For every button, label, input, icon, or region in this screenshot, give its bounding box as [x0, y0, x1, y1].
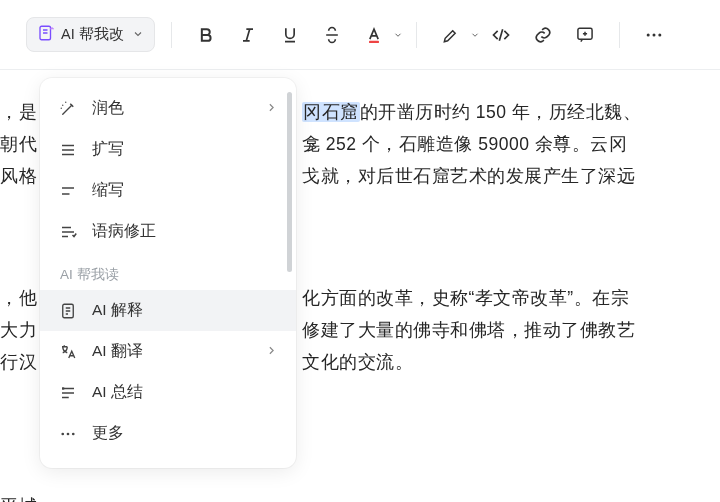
svg-point-8: [67, 432, 70, 435]
menu-item-shorten[interactable]: 缩写: [40, 170, 296, 211]
text-fragment: 化方面的改革，史称“孝文帝改革”。在宗: [302, 282, 629, 314]
bold-button[interactable]: [188, 17, 224, 53]
toolbar-divider: [171, 22, 172, 48]
selected-text[interactable]: 冈石窟: [302, 102, 360, 122]
svg-point-5: [658, 33, 661, 36]
chevron-down-icon[interactable]: [393, 26, 403, 44]
menu-item-expand[interactable]: 扩写: [40, 129, 296, 170]
magic-wand-icon: [58, 100, 78, 118]
chevron-down-icon[interactable]: [470, 26, 480, 44]
text-fragment: ，他: [0, 282, 37, 314]
text-fragment: 龛 252 个，石雕造像 59000 余尊。云冈: [302, 128, 627, 160]
menu-label: AI 总结: [92, 382, 143, 403]
formatting-toolbar: AI 帮我改: [0, 0, 720, 70]
translate-icon: [58, 343, 78, 361]
menu-item-grammar[interactable]: 语病修正: [40, 211, 296, 252]
ai-help-edit-button[interactable]: AI 帮我改: [26, 17, 155, 52]
text-fragment: 修建了大量的佛寺和佛塔，推动了佛教艺: [302, 314, 635, 346]
text-fragment: 戈就，对后世石窟艺术的发展产生了深远: [302, 160, 635, 192]
menu-label: 缩写: [92, 180, 124, 201]
menu-section-read: AI 帮我读: [40, 252, 296, 290]
explain-icon: [58, 302, 78, 320]
svg-point-9: [72, 432, 75, 435]
menu-label: AI 翻译: [92, 341, 143, 362]
menu-label: 扩写: [92, 139, 124, 160]
chevron-right-icon: [265, 100, 278, 118]
link-button[interactable]: [525, 17, 561, 53]
menu-item-polish[interactable]: 润色: [40, 88, 296, 129]
strikethrough-button[interactable]: [314, 17, 350, 53]
sparkle-note-icon: [37, 24, 55, 45]
text-fragment: ，是: [0, 96, 37, 128]
comment-button[interactable]: [567, 17, 603, 53]
toolbar-divider: [416, 22, 417, 48]
svg-point-3: [646, 33, 649, 36]
text-fragment: 行汉: [0, 346, 37, 378]
text-fragment: 风格: [0, 160, 37, 192]
shorten-text-icon: [58, 182, 78, 200]
text-fragment: 冈石窟的开凿历时约 150 年，历经北魏、: [302, 96, 641, 128]
menu-label: 更多: [92, 423, 124, 444]
summarize-icon: [58, 384, 78, 402]
menu-item-summarize[interactable]: AI 总结: [40, 372, 296, 413]
underline-button[interactable]: [272, 17, 308, 53]
menu-item-translate[interactable]: AI 翻译: [40, 331, 296, 372]
menu-item-explain[interactable]: AI 解释: [40, 290, 296, 331]
svg-point-4: [652, 33, 655, 36]
grammar-fix-icon: [58, 223, 78, 241]
svg-point-7: [61, 432, 64, 435]
svg-rect-1: [369, 40, 379, 42]
menu-label: 语病修正: [92, 221, 156, 242]
text-fragment: 朝代: [0, 128, 37, 160]
chevron-down-icon: [132, 27, 144, 43]
highlight-button[interactable]: [433, 17, 469, 53]
more-button[interactable]: [636, 17, 672, 53]
chevron-right-icon: [265, 343, 278, 361]
code-button[interactable]: [483, 17, 519, 53]
menu-label: 润色: [92, 98, 124, 119]
menu-label: AI 解释: [92, 300, 143, 321]
text-fragment: 平城: [0, 490, 37, 502]
italic-button[interactable]: [230, 17, 266, 53]
text-fragment: 文化的交流。: [302, 346, 413, 378]
toolbar-divider: [619, 22, 620, 48]
text-fragment: 大力: [0, 314, 37, 346]
text-color-button[interactable]: [356, 17, 392, 53]
expand-text-icon: [58, 141, 78, 159]
ellipsis-icon: [58, 425, 78, 443]
ai-dropdown-menu: 润色 扩写 缩写 语病修正 AI 帮我读 AI 解释 AI 翻译: [40, 78, 296, 468]
ai-button-label: AI 帮我改: [61, 25, 124, 44]
menu-item-more[interactable]: 更多: [40, 413, 296, 454]
